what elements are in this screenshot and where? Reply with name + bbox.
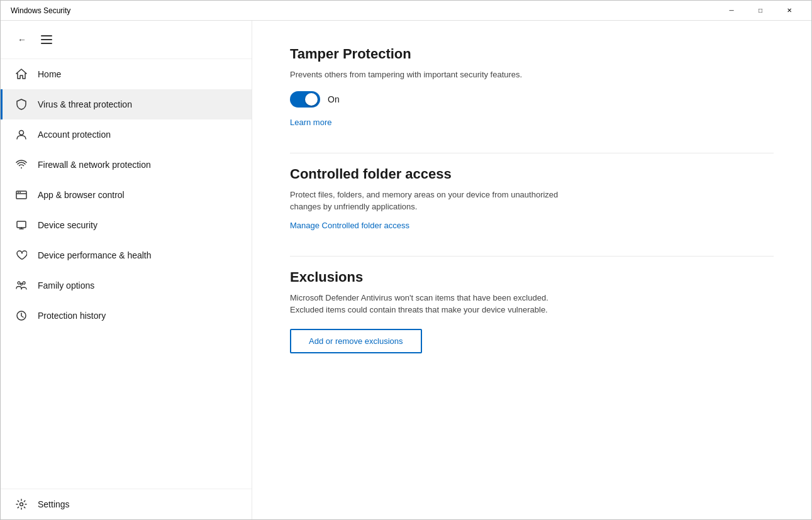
sidebar-item-label-firewall: Firewall & network protection (38, 160, 151, 170)
svg-point-6 (18, 282, 20, 284)
hamburger-line-3 (41, 43, 52, 44)
heart-icon (15, 249, 28, 262)
add-remove-exclusions-button[interactable]: Add or remove exclusions (290, 329, 422, 353)
svg-point-4 (19, 192, 21, 193)
window-controls: ─ □ ✕ (717, 1, 804, 21)
nav-items: Home Virus & threat protection (1, 59, 252, 331)
divider-1 (290, 153, 774, 153)
sidebar-item-settings[interactable]: Settings (1, 489, 252, 519)
sidebar-item-device-health[interactable]: Device performance & health (1, 240, 252, 270)
svg-point-10 (20, 503, 23, 506)
sidebar-item-device-security[interactable]: Device security (1, 210, 252, 240)
browser-icon (15, 189, 28, 201)
sidebar-item-virus[interactable]: Virus & threat protection (1, 89, 252, 119)
history-icon (15, 309, 28, 322)
svg-point-8 (21, 284, 23, 285)
hamburger-button[interactable] (38, 31, 56, 48)
sidebar-item-account[interactable]: Account protection (1, 119, 252, 150)
wifi-icon (15, 158, 28, 171)
shield-icon (15, 98, 28, 111)
exclusions-section: Exclusions Microsoft Defender Antivirus … (290, 269, 774, 353)
sidebar-item-label-account: Account protection (38, 130, 111, 140)
window-title: Windows Security (11, 6, 70, 15)
svg-point-3 (18, 192, 19, 193)
exclusions-desc: Microsoft Defender Antivirus won't scan … (290, 292, 567, 316)
sidebar-item-label-history: Protection history (38, 311, 106, 321)
main-content: Tamper Protection Prevents others from t… (252, 21, 811, 519)
device-security-icon (15, 219, 28, 231)
sidebar-item-label-settings: Settings (38, 499, 70, 509)
divider-2 (290, 256, 774, 257)
sidebar-item-browser[interactable]: App & browser control (1, 180, 252, 210)
controlled-folder-title: Controlled folder access (290, 166, 774, 182)
back-button[interactable]: ← (13, 31, 31, 48)
settings-icon (15, 498, 28, 511)
maximize-button[interactable]: □ (746, 1, 775, 21)
minimize-button[interactable]: ─ (717, 1, 746, 21)
controlled-folder-desc: Protect files, folders, and memory areas… (290, 189, 567, 213)
sidebar-bottom: Settings (1, 489, 252, 519)
svg-rect-5 (17, 221, 26, 228)
hamburger-line-2 (41, 39, 52, 40)
tamper-protection-title: Tamper Protection (290, 46, 774, 62)
home-icon (15, 68, 28, 80)
sidebar-item-label-device-health: Device performance & health (38, 250, 152, 260)
exclusions-title: Exclusions (290, 269, 774, 285)
tamper-toggle-row: On (290, 91, 774, 108)
person-icon (15, 128, 28, 141)
sidebar-item-label-device-security: Device security (38, 220, 97, 230)
sidebar-item-firewall[interactable]: Firewall & network protection (1, 150, 252, 180)
content-area: ← Home (1, 21, 811, 519)
tamper-toggle[interactable] (290, 91, 320, 108)
svg-point-7 (23, 282, 25, 284)
svg-point-0 (19, 131, 24, 135)
controlled-folder-section: Controlled folder access Protect files, … (290, 166, 774, 231)
sidebar-item-label-home: Home (38, 69, 61, 79)
hamburger-line-1 (41, 35, 52, 36)
sidebar: ← Home (1, 21, 252, 519)
manage-controlled-folder-link[interactable]: Manage Controlled folder access (290, 221, 409, 230)
family-icon (15, 279, 28, 292)
sidebar-item-family[interactable]: Family options (1, 270, 252, 301)
sidebar-item-label-virus: Virus & threat protection (38, 99, 132, 109)
sidebar-top: ← (1, 21, 252, 59)
windows-security-window: Windows Security ─ □ ✕ ← (0, 0, 812, 520)
sidebar-item-history[interactable]: Protection history (1, 301, 252, 331)
tamper-toggle-label: On (328, 94, 340, 104)
tamper-protection-desc: Prevents others from tampering with impo… (290, 69, 567, 81)
titlebar: Windows Security ─ □ ✕ (1, 1, 811, 21)
toggle-knob (305, 93, 318, 106)
sidebar-item-label-browser: App & browser control (38, 190, 125, 200)
close-button[interactable]: ✕ (775, 1, 804, 21)
sidebar-item-home[interactable]: Home (1, 59, 252, 89)
tamper-protection-section: Tamper Protection Prevents others from t… (290, 46, 774, 128)
tamper-learn-more-link[interactable]: Learn more (290, 118, 331, 127)
sidebar-item-label-family: Family options (38, 280, 94, 290)
